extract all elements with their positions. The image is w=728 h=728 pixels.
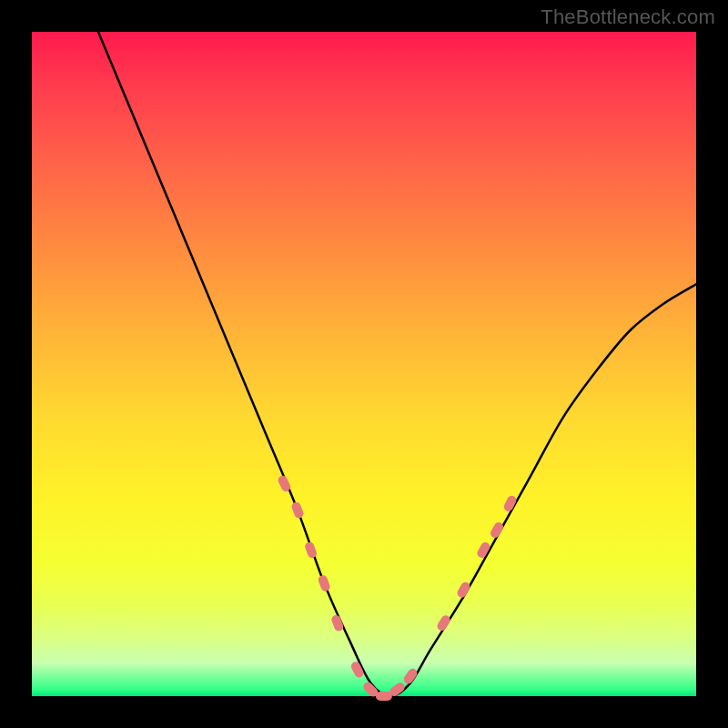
chart-frame: TheBottleneck.com xyxy=(0,0,728,728)
marker-capsule xyxy=(317,574,331,592)
marker-capsule xyxy=(456,581,471,600)
marker-capsule xyxy=(290,500,305,519)
curve-path xyxy=(98,32,696,696)
marker-capsule xyxy=(436,613,452,632)
watermark-text: TheBottleneck.com xyxy=(541,5,715,29)
marker-capsule xyxy=(489,521,505,540)
highlighted-markers xyxy=(277,474,518,701)
plot-area xyxy=(32,32,696,696)
marker-capsule xyxy=(304,541,318,559)
marker-capsule xyxy=(376,692,392,701)
curve-layer xyxy=(32,32,696,696)
bottleneck-curve xyxy=(98,32,696,696)
